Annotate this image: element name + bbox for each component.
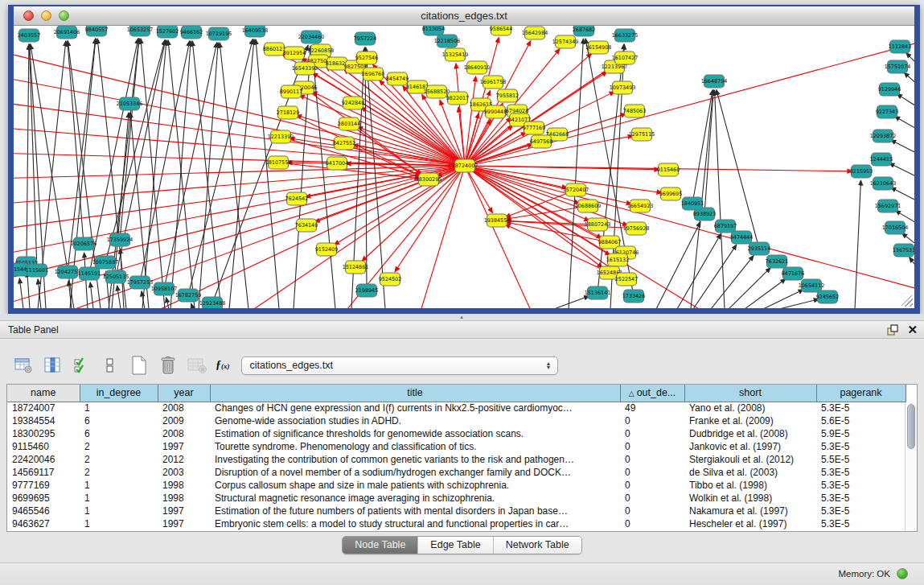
graph-node[interactable]: 2403557 (18, 29, 40, 42)
graph-node[interactable]: 16648794 (701, 75, 728, 88)
graph-node[interactable]: 9990448 (484, 105, 507, 118)
graph-node[interactable]: 12042757 (55, 266, 81, 278)
graph-node[interactable]: 15751074 (885, 60, 911, 73)
graph-node[interactable]: 18300295 (416, 173, 442, 186)
graph-node[interactable]: 9527546 (355, 51, 378, 64)
graph-node[interactable]: 7624542 (285, 192, 308, 205)
table-source-dropdown[interactable]: citations_edges.txt ▲▼ (241, 356, 558, 375)
column-header-title[interactable]: title (210, 385, 620, 402)
column-header-in-degree[interactable]: in_degree (80, 385, 158, 402)
table-row[interactable]: 2242004622012Investigating the contribut… (7, 453, 906, 466)
new-table-button[interactable] (129, 355, 150, 376)
graph-node[interactable]: 10975887 (92, 256, 119, 269)
scrollbar-thumb[interactable] (907, 404, 915, 449)
table-row[interactable]: 1456911722003Disruption of a novel membe… (7, 466, 906, 479)
graph-node[interactable]: 19756928 (623, 222, 650, 235)
column-header-pagerank[interactable]: pagerank (816, 385, 906, 402)
graph-node[interactable]: 8840557 (85, 26, 108, 36)
table-settings-button[interactable] (13, 355, 34, 376)
graph-node[interactable]: 2522547 (615, 273, 638, 286)
float-panel-icon[interactable] (886, 323, 899, 336)
graph-node[interactable]: 12093872 (870, 130, 897, 142)
graph-node[interactable]: 9474444 (730, 231, 753, 244)
graph-node[interactable]: 22034460 (298, 31, 325, 43)
tab-network-table[interactable]: Network Table (493, 537, 581, 554)
graph-node[interactable]: 1115681 (26, 264, 48, 277)
column-header-name[interactable]: name (7, 385, 80, 402)
graph-node[interactable]: 20206576 (71, 237, 97, 250)
graph-node[interactable]: 10688609 (575, 200, 602, 212)
graph-node[interactable]: 9586544 (490, 26, 512, 35)
graph-node[interactable]: 9466162 (180, 26, 203, 39)
graph-node[interactable]: 10958107 (151, 282, 178, 295)
graph-node[interactable]: 10719195 (206, 27, 232, 40)
table-row[interactable]: 977716911998Corpus callosum shape and si… (7, 479, 906, 492)
graph-node[interactable]: 1733426 (622, 290, 645, 303)
graph-node[interactable]: 18807243 (585, 218, 611, 231)
vertical-scrollbar[interactable] (905, 402, 917, 531)
graph-node[interactable]: 15642984 (522, 27, 548, 39)
window-titlebar[interactable]: citations_edges.txt (14, 6, 914, 26)
graph-node[interactable]: 8113054 (422, 26, 445, 35)
graph-node[interactable]: 16782759 (175, 289, 202, 302)
graph-node[interactable]: 12505135 (103, 270, 129, 283)
select-attributes-button[interactable] (71, 355, 92, 376)
close-panel-icon[interactable]: ✕ (907, 323, 918, 336)
graph-node[interactable]: 7485063 (623, 105, 646, 117)
graph-node[interactable]: 7957224 (354, 32, 376, 45)
graph-node[interactable]: 2803144 (338, 117, 360, 130)
graph-node[interactable]: 12218506 (434, 35, 461, 47)
graph-node[interactable]: 15124861 (343, 261, 369, 274)
graph-node[interactable]: 16210643 (870, 177, 897, 190)
tab-edge-table[interactable]: Edge Table (417, 537, 492, 554)
table-row[interactable]: 1872400712008Changes of HCN gene express… (7, 402, 906, 414)
graph-node[interactable]: 16961758 (480, 76, 507, 89)
graph-node[interactable]: 16409538 (242, 26, 269, 37)
graph-node[interactable]: 9227343 (876, 105, 898, 118)
graph-node[interactable]: 12923488 (199, 297, 226, 308)
graph-node[interactable]: 6497568 (530, 135, 552, 148)
tab-node-table[interactable]: Node Table (343, 537, 417, 554)
network-canvas[interactable]: 1872400788601238912954222608589827509165… (14, 26, 914, 308)
row-height-button[interactable] (100, 355, 121, 376)
graph-node[interactable]: 15720407 (563, 183, 589, 196)
graph-node[interactable]: 3215953 (850, 165, 873, 178)
graph-node[interactable]: 18724007 (452, 159, 478, 172)
graph-node[interactable]: 2696760 (362, 68, 384, 80)
table-row[interactable]: 911546021997Tourette syndrome. Phenomeno… (7, 440, 906, 453)
graph-node[interactable]: 2718129 (277, 106, 299, 119)
graph-node[interactable]: 7955812 (496, 89, 519, 102)
graph-node[interactable]: 9245652 (816, 290, 839, 303)
graph-node[interactable]: 17359924 (107, 233, 133, 246)
split-divider[interactable]: ▴ (0, 314, 924, 320)
zoom-window-button[interactable] (59, 10, 69, 21)
graph-node[interactable]: 1527602 (156, 26, 179, 38)
graph-node[interactable]: 16154908 (585, 41, 612, 54)
delete-column-trash-button[interactable] (158, 355, 179, 376)
graph-node[interactable]: 9242848 (342, 97, 364, 109)
graph-node[interactable]: 10653257 (127, 26, 154, 36)
graph-node[interactable]: 18107554 (265, 156, 292, 169)
graph-node[interactable]: 17016504 (882, 221, 909, 234)
graph-node[interactable]: 2198945 (355, 284, 378, 297)
minimize-window-button[interactable] (41, 10, 51, 21)
close-window-button[interactable] (23, 10, 34, 21)
resize-grip[interactable] (901, 295, 913, 307)
table-row[interactable]: 946554611997Estimation of the future num… (7, 505, 906, 517)
graph-node[interactable]: 1112843 (889, 40, 911, 53)
graph-node[interactable]: 2687682 (573, 26, 595, 36)
graph-node[interactable]: 12213392 (268, 130, 294, 143)
graph-node[interactable]: 16633275 (612, 29, 639, 42)
table-row[interactable]: 1938455462009Genome-wide association stu… (7, 414, 906, 427)
graph-node[interactable]: 9129946 (878, 83, 901, 96)
graph-node[interactable]: 2935114 (748, 242, 770, 255)
table-row[interactable]: 1830029562008Estimation of significance … (7, 427, 906, 440)
graph-node[interactable]: 9152409 (315, 243, 338, 256)
graph-node[interactable]: 8912954 (283, 47, 306, 60)
graph-node[interactable]: 9115460 (657, 163, 680, 176)
graph-node[interactable]: 19384554 (484, 214, 511, 227)
graph-node[interactable]: 9699695 (659, 187, 682, 200)
graph-node[interactable]: 7634140 (295, 219, 318, 232)
graph-node[interactable]: 11325419 (442, 48, 469, 61)
show-column-button[interactable] (42, 355, 63, 376)
